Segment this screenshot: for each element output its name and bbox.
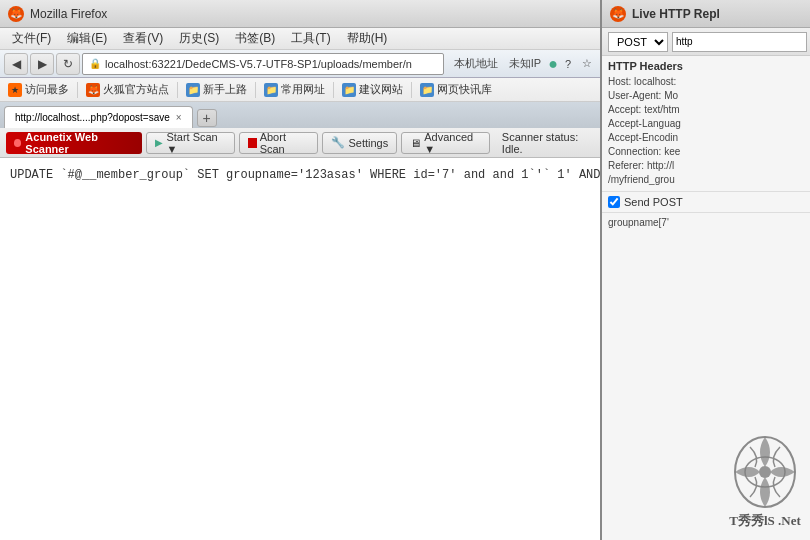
post-body-text: groupname[7': [608, 217, 669, 228]
settings-button[interactable]: 🔧 Settings: [322, 132, 397, 154]
watermark-text: T秀秀lS .Net: [729, 512, 801, 530]
address-text: localhost:63221/DedeCMS-V5.7-UTF8-SP1/up…: [105, 58, 437, 70]
browser-area: 🦊 Mozilla Firefox 文件(F) 编辑(E) 查看(V) 历史(S…: [0, 0, 600, 540]
menu-edit[interactable]: 编辑(E): [59, 28, 115, 49]
active-tab[interactable]: http://localhost....php?dopost=save ×: [4, 106, 193, 128]
scanner-logo: Acunetix Web Scanner: [6, 132, 142, 154]
menu-bookmarks[interactable]: 书签(B): [227, 28, 283, 49]
menu-help[interactable]: 帮助(H): [339, 28, 396, 49]
bookmark-divider-4: [411, 82, 412, 98]
back-button[interactable]: ◀: [4, 53, 28, 75]
bookmark-icon-0: ★: [8, 83, 22, 97]
main-content-area: UPDATE `#@__member_group` SET groupname=…: [0, 158, 600, 540]
star-btn[interactable]: ☆: [578, 55, 596, 72]
menu-view[interactable]: 查看(V): [115, 28, 171, 49]
bookmark-icon-3: 📁: [264, 83, 278, 97]
advanced-button[interactable]: 🖥 Advanced ▼: [401, 132, 490, 154]
header-line-5: Connection: kee: [608, 145, 804, 159]
bookmark-icon-1: 🦊: [86, 83, 100, 97]
menu-file[interactable]: 文件(F): [4, 28, 59, 49]
nav-extras: 本机地址 未知IP ● ? ☆: [450, 54, 596, 73]
titlebar-title: Mozilla Firefox: [30, 7, 107, 21]
menubar: 文件(F) 编辑(E) 查看(V) 历史(S) 书签(B) 工具(T) 帮助(H…: [0, 28, 600, 50]
start-scan-button[interactable]: ▶ Start Scan ▼: [146, 132, 234, 154]
titlebar: 🦊 Mozilla Firefox: [0, 0, 600, 28]
tab-close-button[interactable]: ×: [176, 112, 182, 123]
sql-query-text: UPDATE `#@__member_group` SET groupname=…: [10, 166, 590, 184]
settings-icon: 🔧: [331, 136, 345, 149]
bookmark-label-0: 访问最多: [25, 82, 69, 97]
bookmark-icon-4: 📁: [342, 83, 356, 97]
header-line-3: Accept-Languag: [608, 117, 804, 131]
header-line-6: Referer: http://l: [608, 159, 804, 173]
forward-button[interactable]: ▶: [30, 53, 54, 75]
green-circle-indicator: ●: [548, 55, 558, 73]
right-panel-title: Live HTTP Repl: [632, 7, 720, 21]
refresh-button[interactable]: ↻: [56, 53, 80, 75]
bookmark-divider-1: [177, 82, 178, 98]
unknown-ip-btn[interactable]: 未知IP: [505, 54, 545, 73]
scanner-logo-text: Acunetix Web Scanner: [25, 131, 134, 155]
firefox-icon: 🦊: [8, 6, 24, 22]
header-line-7: /myfriend_grou: [608, 173, 804, 187]
bookmarks-bar: ★ 访问最多 🦊 火狐官方站点 📁 新手上路 📁 常用网址 📁 建议网站: [0, 78, 600, 102]
bookmark-divider-2: [255, 82, 256, 98]
scanner-logo-dot: [14, 139, 21, 147]
bookmark-new-user[interactable]: 📁 新手上路: [186, 82, 247, 97]
start-scan-label: Start Scan ▼: [166, 131, 225, 155]
bookmark-divider-0: [77, 82, 78, 98]
bookmark-label-2: 新手上路: [203, 82, 247, 97]
scanner-toolbar: Acunetix Web Scanner ▶ Start Scan ▼ Abor…: [0, 128, 600, 158]
send-post-row: Send POST: [602, 192, 810, 213]
http-headers-label: HTTP Headers: [608, 60, 804, 72]
advanced-icon: 🖥: [410, 137, 421, 149]
tabbar: http://localhost....php?dopost=save × +: [0, 102, 600, 128]
local-address-btn[interactable]: 本机地址: [450, 54, 502, 73]
http-headers-section: HTTP Headers Host: localhost: User-Agent…: [602, 56, 810, 192]
bookmark-label-5: 网页快讯库: [437, 82, 492, 97]
right-panel-titlebar: 🦊 Live HTTP Repl: [602, 0, 810, 28]
address-bar[interactable]: 🔒 localhost:63221/DedeCMS-V5.7-UTF8-SP1/…: [82, 53, 444, 75]
http-method-select[interactable]: POST GET: [608, 32, 668, 52]
bookmark-common-sites[interactable]: 📁 常用网址: [264, 82, 325, 97]
menu-history[interactable]: 历史(S): [171, 28, 227, 49]
abort-scan-label: Abort Scan: [260, 131, 310, 155]
bookmark-suggested[interactable]: 📁 建议网站: [342, 82, 403, 97]
bookmark-most-visited[interactable]: ★ 访问最多: [8, 82, 69, 97]
play-icon: ▶: [155, 137, 163, 148]
bookmark-icon-5: 📁: [420, 83, 434, 97]
menu-tools[interactable]: 工具(T): [283, 28, 338, 49]
tab-label: http://localhost....php?dopost=save: [15, 112, 170, 123]
url-input[interactable]: [672, 32, 807, 52]
bookmark-news-lib[interactable]: 📁 网页快讯库: [420, 82, 492, 97]
bookmark-label-3: 常用网址: [281, 82, 325, 97]
right-panel-toolbar: POST GET: [602, 28, 810, 56]
bookmark-divider-3: [333, 82, 334, 98]
right-panel-firefox-icon: 🦊: [610, 6, 626, 22]
advanced-label: Advanced ▼: [424, 131, 481, 155]
watermark-area: T秀秀lS .Net: [725, 432, 805, 530]
bookmark-firefox-official[interactable]: 🦊 火狐官方站点: [86, 82, 169, 97]
bookmark-label-1: 火狐官方站点: [103, 82, 169, 97]
help-btn[interactable]: ?: [561, 56, 575, 72]
secure-icon: 🔒: [89, 58, 101, 69]
new-tab-button[interactable]: +: [197, 109, 217, 127]
header-line-4: Accept-Encodin: [608, 131, 804, 145]
watermark-tribal-svg: [725, 432, 805, 512]
navbar: ◀ ▶ ↻ 🔒 localhost:63221/DedeCMS-V5.7-UTF…: [0, 50, 600, 78]
send-post-label: Send POST: [624, 196, 683, 208]
header-line-0: Host: localhost:: [608, 75, 804, 89]
header-line-2: Accept: text/htm: [608, 103, 804, 117]
svg-point-2: [759, 466, 771, 478]
bookmark-icon-2: 📁: [186, 83, 200, 97]
scanner-status: Scanner status: Idle.: [502, 131, 594, 155]
send-post-checkbox[interactable]: [608, 196, 620, 208]
stop-icon: [248, 138, 257, 148]
abort-scan-button[interactable]: Abort Scan: [239, 132, 319, 154]
right-panel: 🦊 Live HTTP Repl POST GET HTTP Headers H…: [600, 0, 810, 540]
header-line-1: User-Agent: Mo: [608, 89, 804, 103]
settings-label: Settings: [348, 137, 388, 149]
bookmark-label-4: 建议网站: [359, 82, 403, 97]
